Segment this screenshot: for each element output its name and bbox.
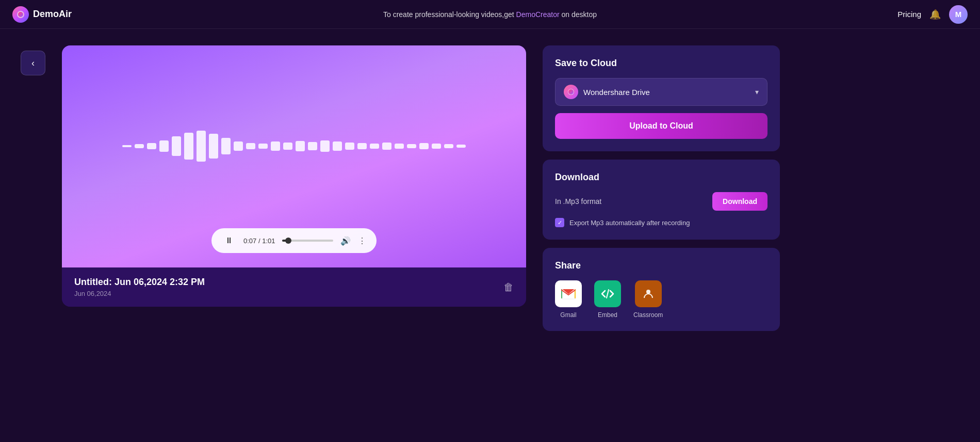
- progress-bar[interactable]: [282, 240, 333, 242]
- waveform-bar: [320, 140, 330, 152]
- download-button[interactable]: Download: [712, 192, 767, 211]
- waveform-bar: [370, 144, 379, 149]
- media-date: Jun 06,2024: [74, 290, 205, 297]
- logo-icon: [12, 6, 29, 23]
- media-display: ⏸ 0:07 / 1:01 🔊 ⋮: [62, 45, 526, 267]
- waveform-bar: [122, 145, 132, 147]
- share-icons: Gmail Embed: [555, 280, 767, 319]
- format-label: In .Mp3 format: [555, 197, 601, 206]
- gmail-icon: [555, 280, 582, 307]
- save-to-cloud-title: Save to Cloud: [555, 58, 767, 69]
- promo-text-before: To create professional-looking videos,ge…: [383, 10, 516, 19]
- delete-button[interactable]: 🗑: [503, 281, 514, 293]
- share-card: Share Gmail: [543, 248, 780, 331]
- waveform-bar: [184, 133, 193, 160]
- waveform-bar: [357, 143, 367, 149]
- avatar[interactable]: M: [949, 5, 968, 24]
- waveform-bar: [432, 144, 441, 149]
- waveform-bar: [221, 138, 231, 154]
- auto-export-row: ✓ Export Mp3 automatically after recordi…: [555, 218, 767, 227]
- share-classroom[interactable]: Classroom: [633, 280, 663, 319]
- democreator-link[interactable]: DemoCreator: [516, 10, 560, 19]
- share-title: Share: [555, 260, 767, 271]
- volume-icon[interactable]: 🔊: [340, 236, 351, 246]
- waveform-bar: [159, 140, 169, 152]
- right-panel: Save to Cloud Wondershare Drive ▾ Upload…: [543, 45, 780, 331]
- back-button[interactable]: ‹: [21, 51, 45, 75]
- logo-text: DemoAir: [33, 9, 72, 20]
- media-title: Untitled: Jun 06,2024 2:32 PM: [74, 277, 205, 288]
- waveform-bar: [258, 144, 268, 149]
- embed-label: Embed: [598, 311, 617, 319]
- wondershare-drive-icon: [564, 85, 578, 99]
- time-display: 0:07 / 1:01: [243, 237, 275, 245]
- promo-text-after: on desktop: [560, 10, 597, 19]
- waveform-bar: [283, 143, 292, 150]
- waveform-bar: [382, 143, 391, 150]
- waveform: [122, 131, 466, 162]
- classroom-label: Classroom: [633, 311, 663, 319]
- media-panel: ⏸ 0:07 / 1:01 🔊 ⋮ Untitled: Jun 06,2024 …: [62, 45, 526, 307]
- save-to-cloud-card: Save to Cloud Wondershare Drive ▾ Upload…: [543, 45, 780, 151]
- waveform-bar: [271, 141, 280, 151]
- waveform-bar: [345, 143, 354, 150]
- pause-button[interactable]: ⏸: [222, 233, 236, 248]
- waveform-bar: [333, 141, 342, 151]
- waveform-bar: [456, 145, 466, 148]
- main-content: ‹ ⏸ 0:07 / 1:01 🔊 ⋮ Untit: [0, 29, 980, 348]
- share-embed[interactable]: Embed: [594, 280, 621, 319]
- waveform-bar: [234, 141, 243, 151]
- download-title: Download: [555, 172, 767, 183]
- waveform-bar: [419, 143, 429, 149]
- checkmark-icon: ✓: [558, 219, 562, 226]
- waveform-bar: [407, 144, 416, 148]
- media-metadata: Untitled: Jun 06,2024 2:32 PM Jun 06,202…: [74, 277, 205, 297]
- cloud-provider-name: Wondershare Drive: [583, 88, 650, 97]
- waveform-bar: [209, 134, 218, 159]
- waveform-bar: [197, 131, 206, 162]
- auto-export-checkbox[interactable]: ✓: [555, 218, 564, 227]
- gmail-label: Gmail: [560, 311, 576, 319]
- download-card: Download In .Mp3 format Download ✓ Expor…: [543, 160, 780, 240]
- upload-to-cloud-button[interactable]: Upload to Cloud: [555, 113, 767, 139]
- logo-inner-circle: [17, 11, 24, 18]
- header-right: Pricing 🔔 M: [897, 5, 968, 24]
- waveform-bar: [246, 143, 255, 149]
- waveform-bar: [135, 144, 144, 148]
- classroom-icon: [635, 280, 662, 307]
- cloud-provider-left: Wondershare Drive: [564, 85, 650, 99]
- logo: DemoAir: [12, 6, 72, 23]
- waveform-bar: [444, 144, 453, 148]
- media-info: Untitled: Jun 06,2024 2:32 PM Jun 06,202…: [62, 267, 526, 307]
- pricing-link[interactable]: Pricing: [897, 10, 921, 19]
- progress-thumb: [285, 238, 291, 244]
- waveform-bar: [395, 144, 404, 149]
- more-options-icon[interactable]: ⋮: [358, 236, 366, 246]
- header: DemoAir To create professional-looking v…: [0, 0, 980, 29]
- download-format-row: In .Mp3 format Download: [555, 192, 767, 211]
- notification-icon[interactable]: 🔔: [929, 9, 941, 20]
- auto-export-label: Export Mp3 automatically after recording: [569, 219, 690, 227]
- waveform-bar: [308, 142, 317, 150]
- cloud-provider-dropdown[interactable]: Wondershare Drive ▾: [555, 78, 767, 106]
- media-controls: ⏸ 0:07 / 1:01 🔊 ⋮: [211, 228, 377, 253]
- share-gmail[interactable]: Gmail: [555, 280, 582, 319]
- embed-icon: [594, 280, 621, 307]
- waveform-bar: [172, 136, 181, 156]
- svg-point-3: [646, 290, 650, 294]
- waveform-bar: [147, 143, 156, 149]
- waveform-bar: [296, 141, 305, 151]
- chevron-down-icon: ▾: [755, 88, 759, 96]
- promo-banner: To create professional-looking videos,ge…: [383, 10, 597, 19]
